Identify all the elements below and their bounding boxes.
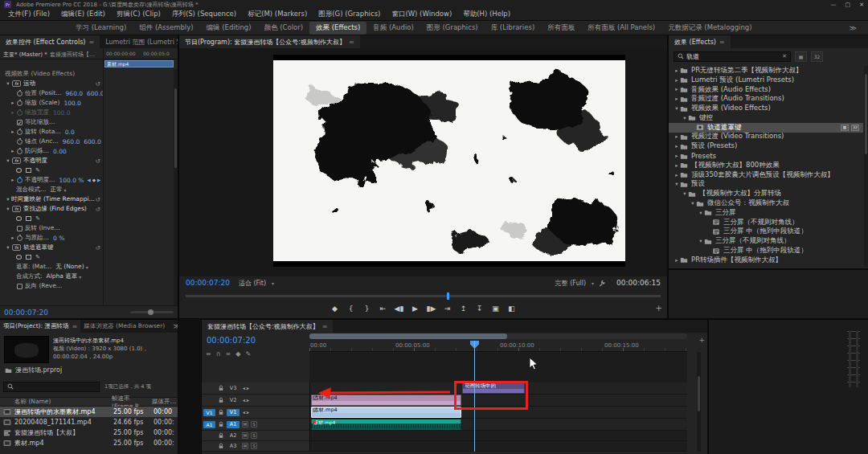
sequence-label[interactable]: 套摄漫画转场【… (50, 51, 95, 59)
twirl-icon[interactable]: ▾ (5, 206, 11, 212)
twirl-icon[interactable]: ▸ (674, 257, 680, 264)
reset-effect-icon[interactable]: ↺ (96, 80, 100, 88)
reset-effect-icon[interactable]: ↺ (96, 196, 100, 203)
effects-tree-item[interactable]: ▸音频效果 (Audio Effects) (669, 85, 863, 95)
twirl-icon[interactable]: ▸ (674, 77, 680, 84)
effects-tree-item[interactable]: 轨道遮罩键▦32 (669, 123, 863, 133)
master-clip-label[interactable]: 主要* (Master) * 素… (3, 51, 48, 59)
workspace-tab[interactable]: 库 (Libraries) (485, 22, 542, 35)
twirl-icon[interactable]: ▸ (10, 148, 16, 154)
panel-menu-icon[interactable]: ≡ (349, 39, 354, 46)
workspace-tab[interactable]: 颜色 (Color) (258, 22, 310, 35)
property-value[interactable]: 960.0 (66, 90, 83, 97)
combo-value[interactable]: 正常 (51, 186, 63, 194)
source-patch[interactable]: V1 (203, 409, 215, 416)
play-button[interactable]: ▶ (409, 304, 422, 313)
effects-tree-item[interactable]: ▸预设 (Presets) (669, 141, 863, 151)
project-item-row[interactable]: 素材.mp425.00 fps00:00: (0, 438, 178, 448)
source-patch[interactable]: A1 (203, 421, 215, 428)
combo-value[interactable]: 无 (None) (55, 263, 84, 271)
workspace-tab[interactable]: 元数据记录 (Metalogging) (661, 22, 758, 35)
effects-tree-item[interactable]: ▸Lumetri 预设 (Lumetri Presets) (669, 76, 863, 85)
panel-menu-icon[interactable]: ≡ (88, 39, 94, 46)
menu-item[interactable]: 编辑(E) (Edit) (55, 10, 111, 19)
program-scrub-bar[interactable] (186, 292, 661, 299)
ec-scrollbar[interactable] (174, 69, 178, 305)
effect-row[interactable]: 视频效果 (Video Effects) (0, 69, 174, 79)
twirl-icon[interactable]: ▾ (682, 115, 688, 121)
workspace-overflow-icon[interactable]: ≫ (850, 24, 857, 32)
ec-timecode[interactable]: 00:00:07:20 (4, 309, 48, 317)
minimize-button[interactable]: — (831, 2, 837, 8)
timeline-settings-icon[interactable]: ≡ (206, 350, 211, 358)
solo-button[interactable]: S (251, 421, 257, 427)
property-value[interactable]: 0 % (53, 235, 64, 242)
effect-row[interactable]: ▸与原始…0 % (0, 233, 174, 243)
stopwatch-icon[interactable] (17, 178, 23, 183)
resolution-dropdown[interactable]: 完整 (Full) (555, 279, 586, 288)
twirl-icon[interactable]: ▸ (674, 172, 680, 178)
twirl-icon[interactable]: ▸ (10, 100, 16, 106)
combo-value[interactable]: Alpha 遮罩 (47, 272, 78, 280)
twirl-icon[interactable]: ▾ (5, 244, 11, 251)
timeline-vertical-scrollbar[interactable] (697, 352, 701, 452)
close-button[interactable]: ✕ (859, 2, 864, 8)
effects-tree-item[interactable]: ▾三分屏 (669, 208, 863, 218)
mute-button[interactable]: M (242, 443, 248, 449)
effect-row[interactable]: ▾fx轨道遮罩键↺ (0, 243, 174, 252)
time-ruler[interactable]: 00:0000:00:05:0000:00:10:0000:00:15:00 (309, 341, 687, 352)
linked-selection-icon[interactable]: ∞ (226, 350, 231, 358)
twirl-icon[interactable]: ▸ (674, 153, 680, 159)
ec-zoom-slider[interactable] (130, 311, 174, 313)
source-patch[interactable]: · (203, 385, 215, 392)
workspace-tab[interactable]: 效果 (Effects) (309, 22, 366, 35)
solo-button[interactable]: S (251, 443, 257, 449)
effect-row[interactable]: ▾fx查找边缘 (Find Edges)↺ (0, 204, 174, 214)
twirl-icon[interactable]: ▾ (690, 200, 696, 207)
timeline-pen-icon[interactable]: ✎ (245, 350, 251, 358)
checkbox[interactable] (17, 284, 23, 289)
stopwatch-icon[interactable] (17, 110, 23, 116)
effects-tree-item[interactable]: ▸PR转场插件【视频制作大叔】 (669, 256, 863, 265)
step-back-button[interactable]: ◀▮ (393, 304, 406, 313)
twirl-icon[interactable]: ▸ (10, 109, 16, 116)
effect-row[interactable]: 遮罩: (Mat…无 (None)▾ (0, 262, 174, 272)
mark-in-button[interactable]: { (345, 304, 358, 313)
twirl-icon[interactable]: ▾ (5, 80, 11, 87)
reset-effect-icon[interactable]: ↺ (96, 206, 100, 213)
button-editor-plus[interactable]: + (656, 304, 662, 313)
checkbox[interactable]: ✓ (17, 120, 23, 125)
tab-overflow-icon[interactable]: ≫ (168, 320, 178, 333)
property-value[interactable]: 600.0 (84, 138, 100, 145)
tab-program-monitor[interactable]: 节目(Program): 套摄漫画转场【公众号:视频制作大叔】 ≡ (179, 35, 360, 48)
effects-tree-item[interactable]: ▾预设 (669, 180, 863, 190)
workspace-tab[interactable]: 学习 (Learning) (69, 22, 133, 35)
effect-row[interactable]: ▾时间重映射 (Time Remappi…↺ (0, 194, 174, 204)
step-forward-button[interactable]: ▮▶ (425, 304, 438, 313)
bit-depth-filter-icon[interactable]: 32 (811, 51, 823, 62)
lock-icon[interactable] (218, 443, 224, 449)
project-item-row[interactable]: 20200408_171141.mp424.66 fps00:00: (0, 417, 178, 427)
workspace-tab[interactable]: 图形 (Graphics) (420, 22, 485, 35)
tab-media-browser[interactable]: 媒体浏览器 (Media Browser) (80, 320, 168, 333)
effect-row[interactable]: 混合模式…正常▾ (0, 185, 174, 194)
pen-mask-icon[interactable]: ✎ (35, 254, 40, 260)
lock-icon[interactable] (218, 385, 224, 391)
add-marker-icon[interactable]: ◆ (235, 350, 240, 358)
panel-menu-icon[interactable]: ≡ (322, 323, 328, 330)
ellipse-mask-icon[interactable] (16, 216, 22, 221)
rect-mask-icon[interactable] (26, 255, 31, 260)
tab-lumetri-scopes[interactable]: Lumetri 范围 (Lumetri Scopes) (100, 35, 178, 48)
effect-row[interactable]: 反向 (Reve… (0, 281, 174, 291)
comparison-view-button[interactable]: ◧ (506, 304, 518, 313)
lock-icon[interactable] (218, 397, 224, 403)
effects-tree-item[interactable]: ▾微信公众号：视频制作大叔 (669, 198, 863, 208)
property-value[interactable]: 0.0 (65, 129, 75, 136)
tab-effects[interactable]: 效果 (Effects) ≡ (669, 35, 731, 48)
effects-tree-item[interactable]: ▾视频效果 (Video Effects) (669, 104, 863, 113)
effects-scrollbar[interactable] (864, 66, 868, 267)
effects-tree-item[interactable]: ▾键控 (669, 113, 863, 123)
stopwatch-icon[interactable] (17, 91, 23, 96)
menu-item[interactable]: 图形(G) (Graphics) (313, 10, 386, 19)
twirl-icon[interactable]: ▾ (5, 157, 11, 164)
